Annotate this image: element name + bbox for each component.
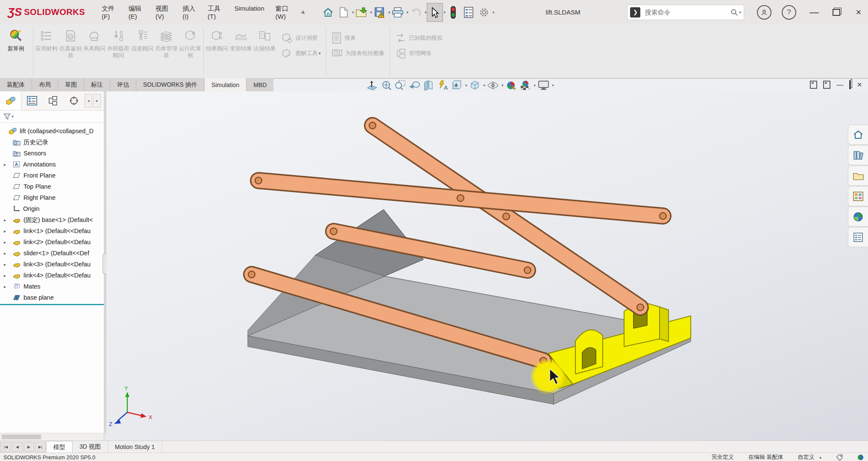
tree-item-link3[interactable]: ▸ link<3> (Default<<Defau (0, 259, 104, 270)
tree-item-front-plane[interactable]: Front Plane (0, 170, 104, 181)
expand-arrow[interactable]: ▸ (4, 273, 6, 278)
custom-label[interactable]: 自定义 (798, 453, 814, 461)
open-button[interactable] (354, 3, 369, 21)
menu-file[interactable]: 文件(F) (96, 1, 123, 23)
tab-addins[interactable]: SOLIDWORKS 插件 (136, 78, 205, 91)
view-palette-button[interactable] (848, 186, 868, 206)
select-tool-button[interactable] (427, 3, 443, 22)
filter-funnel-icon[interactable] (3, 113, 11, 120)
apply-scene-dropdown[interactable]: ▾ (534, 83, 536, 88)
simulation-evaluator-button[interactable]: 仿真鉴别器 (59, 24, 82, 78)
fixtures-advisor-button[interactable]: 夹具顾问 (82, 24, 106, 78)
tab-scroll-last[interactable]: ▶| (35, 442, 46, 452)
tree-item-link4[interactable]: ▸ link<4> (Default<<Defau (0, 270, 104, 281)
report-button[interactable]: 报表 (331, 30, 384, 46)
view-settings-dropdown[interactable]: ▾ (552, 83, 554, 88)
apply-scene-button[interactable] (519, 79, 532, 91)
graphics-viewport[interactable]: Y X Z (106, 91, 868, 441)
undo-button[interactable] (408, 3, 424, 21)
custom-properties-button[interactable] (848, 227, 868, 247)
appearances-button[interactable] (848, 207, 868, 227)
tab-scroll-prev[interactable]: ◀ (12, 442, 23, 452)
tab-scroll-first[interactable]: |◀ (0, 442, 11, 452)
restore-button[interactable] (827, 4, 846, 21)
section-view-button[interactable] (422, 79, 435, 91)
propertymanager-tab[interactable] (21, 91, 42, 110)
design-library-button[interactable] (848, 145, 868, 165)
tree-item-mates[interactable]: ▸ Mates (0, 281, 104, 292)
tree-item-sensors[interactable]: Sensors (0, 148, 104, 159)
expand-arrow[interactable]: ▸ (4, 240, 6, 245)
tree-item-base[interactable]: ▸ (固定) base<1> (Default< (0, 214, 104, 225)
panel-tab-scroll-left[interactable]: ◂ (85, 94, 92, 108)
tile-window-icon[interactable] (823, 81, 830, 89)
tab-sketch[interactable]: 草图 (58, 78, 84, 91)
menu-window[interactable]: 窗口(W) (270, 1, 298, 23)
tag-icon[interactable] (836, 454, 843, 461)
view-orientation-button[interactable] (450, 79, 463, 91)
offloaded-simulation-button[interactable]: 已卸载的模拟 (395, 30, 443, 46)
search-dropdown[interactable]: ▾ (739, 10, 741, 15)
taskpane-home-button[interactable] (848, 125, 868, 145)
options-button[interactable] (476, 3, 492, 21)
minimize-button[interactable]: — (805, 4, 824, 21)
deformed-result-button[interactable]: 变形结果 (229, 24, 253, 78)
view-plane-button[interactable] (366, 79, 378, 91)
results-advisor-button[interactable]: 结果顾问 (205, 24, 229, 78)
file-explorer-button[interactable] (848, 166, 868, 186)
tree-item-link1[interactable]: ▸ link<1> (Default<<Defau (0, 225, 104, 236)
user-account-icon[interactable] (757, 5, 771, 20)
dynamic-annotation-button[interactable]: A (436, 79, 449, 91)
expand-arrow[interactable]: ▸ (4, 162, 6, 167)
panel-tab-scroll-right[interactable]: ▸ (93, 94, 101, 108)
save-button[interactable] (372, 3, 387, 21)
tree-item-slider[interactable]: ▸ slider<1> (Default<<Def (0, 248, 104, 259)
home-button[interactable] (320, 3, 336, 21)
menu-view[interactable]: 视图(V) (150, 1, 177, 23)
connections-advisor-button[interactable]: 连接顾问 (130, 24, 154, 78)
menu-insert[interactable]: 插入(I) (177, 1, 202, 23)
menu-tools[interactable]: 工具(T) (202, 1, 229, 23)
design-insight-button[interactable]: 设计洞察 (281, 30, 321, 46)
custom-dropdown[interactable]: ▴ (819, 455, 821, 459)
print-button[interactable] (390, 3, 405, 21)
pin-menu-icon[interactable]: ➤ (299, 8, 307, 17)
filter-dropdown[interactable]: ▾ (12, 114, 14, 119)
external-loads-advisor-button[interactable]: 外部载荷顾问 (106, 24, 130, 78)
tab-simulation[interactable]: Simulation (205, 78, 246, 91)
rebuild-button[interactable] (446, 3, 461, 21)
tab-markup[interactable]: 标注 (84, 78, 110, 91)
tab-scroll-next[interactable]: ▶ (23, 442, 34, 452)
shell-manager-button[interactable]: 壳体管理器 (154, 24, 178, 78)
hide-show-items-button[interactable] (487, 79, 499, 91)
tree-item-base-plane[interactable]: base plane (0, 292, 104, 303)
close-button[interactable]: × (849, 4, 868, 21)
edit-appearance-button[interactable] (505, 79, 518, 91)
expand-arrow[interactable]: ▸ (4, 262, 6, 267)
model-tab[interactable]: 模型 (46, 441, 73, 453)
panel-horizontal-scrollbar[interactable] (0, 433, 104, 441)
display-style-button[interactable] (469, 79, 481, 91)
compare-results-button[interactable]: 比较结果 (253, 24, 277, 78)
search-input[interactable] (644, 8, 730, 16)
doc-close-button[interactable]: × (857, 80, 862, 90)
options-dropdown[interactable]: ▾ (493, 10, 495, 15)
apply-material-button[interactable]: 应用材料 (35, 24, 59, 78)
scrollbar-thumb[interactable] (2, 435, 41, 439)
view-orientation-dropdown[interactable]: ▾ (465, 83, 467, 88)
hide-show-dropdown[interactable]: ▾ (501, 83, 504, 88)
tree-item-link2[interactable]: ▸ link<2> (Default<<Defau (0, 236, 104, 248)
expand-arrow[interactable]: ▸ (4, 229, 6, 233)
tree-item-top-plane[interactable]: Top Plane (0, 181, 104, 192)
plot-tools-button[interactable]: 图解工具 ▾ (281, 46, 321, 61)
zoom-area-button[interactable] (394, 79, 407, 91)
search-command-box[interactable]: ❯ ▾ (627, 5, 744, 20)
tab-assembly[interactable]: 装配体 (0, 78, 32, 91)
doc-restore-button[interactable] (849, 81, 851, 89)
expand-arrow[interactable]: ▸ (4, 218, 6, 222)
3d-views-tab[interactable]: 3D 视图 (73, 441, 108, 453)
doc-minimize-button[interactable]: — (836, 81, 843, 89)
plot-tools-dropdown[interactable]: ▾ (319, 51, 321, 55)
tree-item-origin[interactable]: Origin (0, 203, 104, 214)
motion-study-tab[interactable]: Motion Study 1 (108, 441, 162, 453)
